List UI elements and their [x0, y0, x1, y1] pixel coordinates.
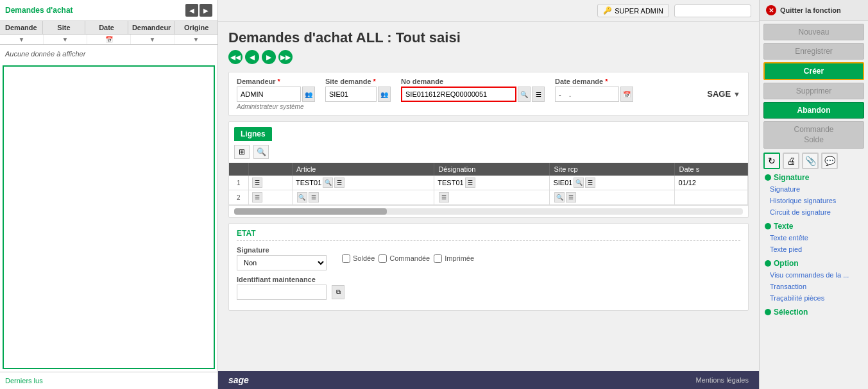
id-maint-copy-icon[interactable]: ⧉ [332, 285, 345, 299]
th-num [229, 163, 248, 176]
site-demande-input[interactable] [325, 87, 377, 102]
row1-site-search-icon[interactable]: 🔍 [574, 178, 584, 188]
date-demande-cal-icon[interactable]: 📅 [620, 87, 633, 102]
sidebar-col-site: Site [43, 21, 86, 34]
lignes-title: Lignes [234, 127, 272, 141]
signature-field: Signature Non [237, 246, 327, 270]
texte-section-header: Texte [760, 218, 868, 232]
sidebar-content [3, 65, 215, 369]
print-icon-btn[interactable]: 🖨 [783, 153, 799, 169]
row2-designation: ☰ [434, 190, 550, 205]
menu-historique-signatures[interactable]: Historique signatures [760, 195, 868, 206]
sidebar-col-demande: Demande [0, 21, 43, 34]
filter-demande[interactable]: ▼ [0, 35, 44, 44]
filter-date-cal[interactable]: 📅 [87, 35, 131, 44]
super-admin-btn[interactable]: 🔑 SUPER ADMIN [597, 4, 669, 17]
creer-btn[interactable]: Créer [763, 62, 864, 80]
enregistrer-btn[interactable]: Enregistrer [763, 43, 864, 60]
option-section-header: Option [760, 255, 868, 269]
table-row: 1 ☰ TEST01 🔍 ☰ [229, 176, 748, 190]
scrollbar-track [234, 208, 743, 215]
sidebar-header: Demandes d'achat ◀ ▶ [0, 0, 217, 21]
date-demande-field: Date demande * 📅 [555, 78, 633, 102]
row2-site-rcp: 🔍 ☰ [550, 190, 675, 205]
signature-select[interactable]: Non [237, 255, 327, 270]
commande-solde-btn[interactable]: CommandeSolde [763, 121, 864, 149]
table-scrollbar[interactable] [229, 205, 748, 217]
derniers-lus-link[interactable]: Derniers lus [5, 377, 43, 385]
date-demande-input[interactable] [555, 87, 619, 102]
filter-demandeur[interactable]: ▼ [131, 35, 174, 44]
menu-transaction[interactable]: Transaction [760, 281, 868, 292]
row2-article-search-icon[interactable]: 🔍 [297, 192, 307, 203]
supprimer-btn[interactable]: Supprimer [763, 83, 864, 99]
row2-site-search-icon[interactable]: 🔍 [554, 192, 565, 203]
nav-next-page-btn[interactable]: ▶ [262, 50, 276, 64]
selection-section-title: Sélection [774, 308, 808, 317]
sage-dropdown[interactable]: ▼ [733, 90, 740, 98]
sidebar-footer: Derniers lus [0, 372, 217, 389]
abandon-btn[interactable]: Abandon [763, 102, 864, 119]
soldee-checkbox-item: Soldée [342, 254, 375, 263]
sidebar-col-origine: Origine [175, 21, 217, 34]
row2-article-list-icon[interactable]: ☰ [309, 192, 319, 203]
menu-visu-commandes[interactable]: Visu commandes de la ... [760, 269, 868, 281]
row2-icons: ☰ [248, 190, 292, 205]
menu-circuit-signature[interactable]: Circuit de signature [760, 206, 868, 218]
checkbox-group: Soldée Commandée Imprimée [342, 254, 474, 263]
left-sidebar: Demandes d'achat ◀ ▶ Demande Site Date D… [0, 0, 218, 389]
no-demande-search-icon[interactable]: 🔍 [518, 87, 531, 102]
demandeur-input[interactable] [237, 87, 301, 102]
id-maint-label: Identifiant maintenance [237, 276, 345, 283]
date-demande-label: Date demande * [555, 78, 633, 85]
no-demande-list-icon[interactable]: ☰ [532, 87, 545, 102]
row2-edit-icon[interactable]: ☰ [252, 192, 262, 203]
commandee-checkbox[interactable] [379, 254, 387, 263]
menu-signature[interactable]: Signature [760, 183, 868, 195]
no-demande-input[interactable] [401, 87, 516, 102]
nouveau-btn[interactable]: Nouveau [763, 24, 864, 40]
mentions-legales: Mentions légales [695, 376, 749, 384]
search-input[interactable] [674, 4, 751, 17]
comment-icon-btn[interactable]: 💬 [821, 153, 838, 169]
row2-desig-icon[interactable]: ☰ [439, 192, 449, 203]
filter-origine[interactable]: ▼ [174, 35, 217, 44]
imprimee-label: Imprimée [445, 254, 474, 262]
row1-date: 01/12 [675, 176, 748, 190]
row1-article-list-icon[interactable]: ☰ [334, 178, 345, 188]
lignes-grid-btn[interactable]: ⊞ [234, 145, 250, 159]
nav-prev-btn[interactable]: ◀ [185, 4, 198, 17]
row1-site-list-icon[interactable]: ☰ [585, 178, 595, 188]
attach-icon-btn[interactable]: 📎 [802, 153, 819, 169]
sidebar-nav-arrows: ◀ ▶ [185, 4, 212, 17]
row1-article-search-icon[interactable]: 🔍 [323, 178, 333, 188]
nav-first-btn[interactable]: ◀◀ [228, 50, 243, 64]
soldee-checkbox[interactable] [342, 254, 350, 263]
refresh-icon-btn[interactable]: ↻ [763, 153, 780, 169]
demandeur-icon[interactable]: 👥 [302, 87, 315, 102]
nav-prev-page-btn[interactable]: ◀ [245, 50, 259, 64]
menu-texte-entete[interactable]: Texte entête [760, 232, 868, 244]
right-panel: ✕ Quitter la fonction Nouveau Enregistre… [759, 0, 868, 389]
row1-article: TEST01 🔍 ☰ [292, 176, 434, 190]
imprimee-checkbox[interactable] [434, 254, 442, 263]
menu-tracabilite[interactable]: Traçabilité pièces [760, 292, 868, 304]
row1-icons: ☰ [248, 176, 292, 190]
top-bar: 🔑 SUPER ADMIN [218, 0, 759, 22]
menu-texte-pied[interactable]: Texte pied [760, 244, 868, 255]
filter-site[interactable]: ▼ [44, 35, 87, 44]
site-demande-icon[interactable]: 👥 [378, 87, 391, 102]
demandeur-field: Demandeur * 👥 Administrateur système [237, 78, 315, 110]
row1-edit-icon[interactable]: ☰ [252, 178, 262, 188]
id-maint-field: Identifiant maintenance ⧉ [237, 276, 345, 300]
nav-last-btn[interactable]: ▶▶ [278, 50, 293, 64]
row2-site-list-icon[interactable]: ☰ [566, 192, 576, 203]
th-actions [248, 163, 292, 176]
id-maint-input[interactable] [237, 285, 327, 300]
row1-desig-icon[interactable]: ☰ [465, 178, 475, 188]
etat-section: ETAT Signature Non Soldée Commandée [228, 223, 749, 311]
quit-icon: ✕ [766, 5, 776, 15]
lignes-search-btn[interactable]: 🔍 [253, 145, 269, 159]
nav-next-btn[interactable]: ▶ [200, 4, 212, 17]
table-row: 2 ☰ 🔍 ☰ [229, 190, 748, 205]
